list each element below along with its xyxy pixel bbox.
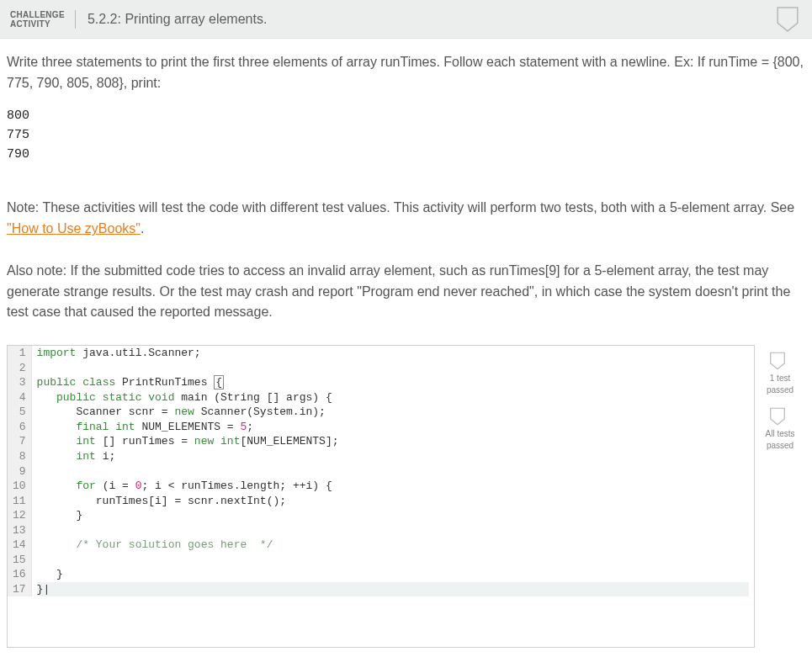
activity-title: 5.2.2: Printing array elements. — [76, 12, 267, 27]
prompt-para1: Write three statements to print the firs… — [7, 52, 805, 94]
challenge-label-line2: ACTIVITY — [10, 19, 65, 29]
note1-pre: Note: These activities will test the cod… — [7, 200, 794, 215]
challenge-label-line1: CHALLENGE — [10, 10, 65, 19]
editor-row: 1 2 3 4 5 6 7 8 9 10 11 12 13 14 15 16 1… — [7, 345, 805, 648]
test-status-sidebar: 1 test passed All tests passed — [755, 345, 805, 463]
shield-icon — [777, 7, 799, 32]
code-body[interactable]: import java.util.Scanner; public class P… — [32, 346, 754, 596]
all-tests-passed: All tests passed — [755, 407, 805, 451]
all-tests-label-1: All tests — [755, 429, 805, 439]
one-test-label-2: passed — [755, 385, 805, 395]
line-gutter: 1 2 3 4 5 6 7 8 9 10 11 12 13 14 15 16 1… — [8, 346, 32, 596]
shield-icon — [770, 352, 785, 370]
sample-output: 800 775 790 — [7, 106, 805, 165]
one-test-label-1: 1 test — [755, 374, 805, 384]
note1-post: . — [141, 221, 144, 236]
code-editor[interactable]: 1 2 3 4 5 6 7 8 9 10 11 12 13 14 15 16 1… — [7, 345, 755, 648]
one-test-passed: 1 test passed — [755, 352, 805, 395]
challenge-label: CHALLENGE ACTIVITY — [8, 10, 76, 29]
shield-icon — [770, 407, 785, 426]
prompt: Write three statements to print the firs… — [7, 52, 805, 323]
prompt-note2: Also note: If the submitted code tries t… — [7, 261, 805, 323]
howto-link[interactable]: "How to Use zyBooks" — [7, 221, 141, 236]
activity-header: CHALLENGE ACTIVITY 5.2.2: Printing array… — [0, 0, 812, 39]
prompt-note1: Note: These activities will test the cod… — [7, 198, 805, 240]
all-tests-label-2: passed — [755, 441, 805, 451]
content-area: Write three statements to print the firs… — [0, 39, 812, 648]
